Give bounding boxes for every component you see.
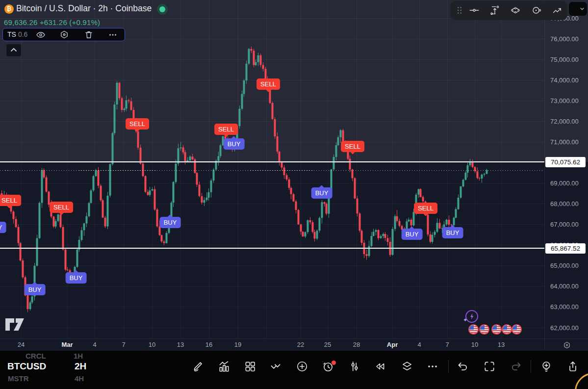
trade-marker-buy: BUY [160, 217, 181, 228]
replay-icon[interactable] [374, 360, 386, 373]
symbol-prev[interactable]: CRCL [26, 352, 46, 360]
time-axis-separator [0, 338, 588, 339]
interval-next[interactable]: 4H [75, 374, 84, 383]
projection-tool-icon[interactable] [489, 5, 500, 16]
price-tick-label: 67,000.00 [550, 221, 579, 228]
time-tick-label: 13 [498, 341, 505, 348]
chevron-up-icon [6, 44, 21, 56]
share-icon[interactable] [566, 360, 579, 373]
add-circle-icon[interactable] [296, 360, 308, 373]
time-tick-label: 7 [445, 341, 449, 348]
price-tick-label: 63,000.00 [550, 303, 579, 311]
us-flag-event-icon[interactable] [479, 324, 489, 335]
trade-marker-buy: BUY [66, 272, 87, 284]
price-tick-label: 72,000.00 [550, 118, 579, 125]
trade-marker-sell: SELL [214, 124, 238, 135]
us-flag-event-icon[interactable] [511, 324, 522, 335]
price-tick-label: 71,000.00 [550, 138, 579, 146]
indicators-icon[interactable] [218, 360, 230, 373]
compare-icon[interactable] [269, 360, 282, 373]
symbol-next[interactable]: MSTR [8, 374, 29, 383]
horizontal-line-tool-icon[interactable] [469, 5, 480, 16]
time-tick-label: 13 [177, 341, 184, 348]
tool-dropdown[interactable] [569, 2, 587, 16]
candlestick-chart[interactable] [0, 0, 544, 339]
time-tick-label: 10 [149, 341, 155, 348]
trend-line-tool-icon[interactable] [552, 5, 562, 16]
more-dots-icon[interactable] [426, 360, 439, 373]
redo-icon[interactable] [510, 360, 523, 373]
price-tick-label: 62,000.00 [550, 324, 579, 332]
toolbar-divider [531, 360, 531, 373]
trade-marker-buy: BUY [224, 138, 245, 150]
market-status-icon[interactable] [157, 4, 168, 15]
price-level-badge: 70,075.62 [545, 157, 586, 167]
price-tick-label: 73,000.00 [550, 97, 579, 104]
trade-marker-buy: BUY [402, 229, 423, 240]
level-line-lower[interactable] [0, 248, 544, 249]
trash-icon[interactable] [84, 30, 94, 40]
drag-handle-icon[interactable] [454, 5, 465, 16]
sparkle-icon: ✦ [463, 317, 467, 323]
indicator-legend-pill[interactable]: TS0.6 [2, 28, 125, 41]
symbol-title[interactable]: Bitcoin / U.S. Dollar · 2h · Coinbase [16, 3, 152, 14]
bitcoin-logo-icon: ₿ [4, 4, 14, 14]
price-axis-separator [544, 0, 545, 350]
us-flag-event-icon[interactable] [502, 324, 512, 335]
time-tick-label: 4 [417, 341, 421, 348]
trade-marker-sell: SELL [126, 118, 149, 130]
more-dots-icon[interactable] [108, 30, 118, 40]
symbol-current[interactable]: BTCUSD [7, 361, 46, 372]
time-tick-label: 16 [205, 341, 212, 348]
tradingview-watermark-icon [5, 318, 25, 331]
time-tick-label: 25 [324, 341, 331, 348]
layers-icon[interactable] [401, 360, 413, 373]
toolbar-divider [448, 360, 449, 373]
level-line-upper[interactable] [0, 161, 544, 162]
time-tick-label: 4 [93, 341, 96, 348]
price-tick-label: 76,000.00 [550, 35, 579, 43]
interval-prev[interactable]: 1H [74, 352, 83, 360]
time-tick-label: 7 [122, 341, 125, 348]
fullscreen-icon[interactable] [483, 360, 496, 373]
trade-marker-sell: SELL [0, 195, 21, 206]
trade-marker-sell: SELL [50, 202, 73, 213]
price-change-readout: 69,636.26 +631.26 (+0.91%) [4, 18, 100, 26]
price-tick-label: 68,000.00 [550, 200, 579, 207]
time-tick-label: Apr [387, 341, 398, 348]
layout-grid-icon[interactable] [244, 360, 256, 373]
trade-marker-buy: BUY [0, 222, 6, 233]
price-tick-label: 69,000.00 [550, 180, 579, 187]
settings-hexagon-icon[interactable] [59, 30, 69, 40]
idea-bulb-icon[interactable] [540, 360, 553, 373]
lightning-events-icon[interactable]: ✦ [465, 310, 478, 323]
axis-settings-gear-icon[interactable] [562, 341, 571, 350]
price-tick-label: 64,000.00 [550, 283, 579, 290]
chevron-down-icon [579, 6, 586, 12]
trading-app: SELLBUYSELLBUYBUYSELLBUYSELLBUYSELLBUYSE… [0, 0, 588, 389]
bottom-toolbar [0, 351, 588, 389]
trade-marker-sell: SELL [256, 78, 280, 90]
trade-marker-sell: SELL [341, 141, 364, 152]
time-tick-label: 24 [18, 341, 25, 348]
interval-current[interactable]: 2H [75, 361, 86, 372]
collapse-legend-button[interactable] [6, 44, 22, 57]
alert-badge [332, 361, 336, 365]
trade-marker-buy: BUY [442, 227, 463, 238]
indicator-name: TS0.6 [7, 30, 27, 38]
price-tick-label: 75,000.00 [550, 56, 579, 63]
ellipse-tool-icon[interactable] [510, 5, 521, 16]
price-level-badge: 65,867.52 [545, 243, 586, 254]
us-flag-event-icon[interactable] [468, 324, 479, 335]
time-tick-label: 28 [353, 341, 360, 348]
eye-icon[interactable] [36, 30, 46, 40]
trade-marker-sell: SELL [414, 203, 437, 214]
time-tick-label: 19 [234, 341, 241, 348]
undo-icon[interactable] [456, 360, 469, 373]
details-icon[interactable] [348, 360, 361, 373]
current-price-line [0, 170, 544, 171]
draw-icon[interactable] [192, 360, 205, 373]
price-tick-label: 74,000.00 [550, 77, 579, 84]
circle-tool-icon[interactable] [531, 5, 542, 16]
us-flag-event-icon[interactable] [491, 324, 502, 335]
